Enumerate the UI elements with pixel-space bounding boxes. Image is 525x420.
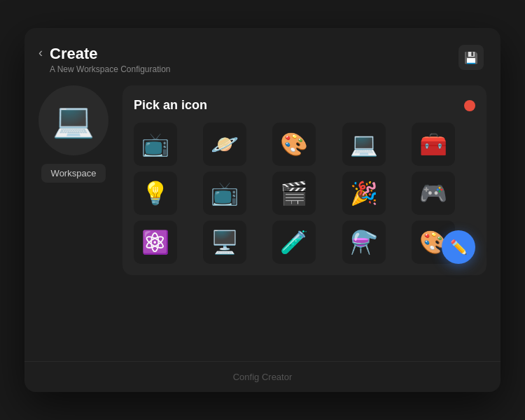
- save-button[interactable]: 💾: [458, 45, 484, 70]
- header: ‹ Create A New Workspace Configuration 💾: [24, 28, 500, 85]
- back-button[interactable]: ‹: [38, 46, 43, 59]
- header-title-block: Create A New Workspace Configuration: [50, 45, 171, 74]
- main-window: ‹ Create A New Workspace Configuration 💾…: [24, 28, 500, 392]
- icon-grid: 📺🪐🎨💻🧰💡📺🎬🎉🎮⚛️🖥️🧪⚗️🎨: [134, 122, 475, 264]
- gamepad-icon[interactable]: 🎮: [412, 172, 455, 215]
- toolbox-icon[interactable]: 🧰: [412, 122, 455, 166]
- footer-label: Config Creator: [233, 372, 293, 382]
- retro-tv-icon[interactable]: 📺: [134, 122, 177, 166]
- orange-tv-icon[interactable]: 📺: [203, 172, 246, 215]
- flask-yellow-icon[interactable]: ⚗️: [342, 220, 386, 264]
- page-title: Create: [50, 45, 171, 63]
- workspace-label: Workspace: [41, 164, 106, 183]
- header-left: ‹ Create A New Workspace Configuration: [38, 45, 171, 74]
- icon-preview-circle: 💻: [38, 85, 108, 155]
- planet-icon[interactable]: 🪐: [203, 122, 246, 166]
- bulb-icon[interactable]: 💡: [134, 172, 177, 215]
- page-subtitle: A New Workspace Configuration: [50, 64, 171, 74]
- close-dot-button[interactable]: [464, 100, 475, 111]
- icon-picker-panel: Pick an icon 📺🪐🎨💻🧰💡📺🎬🎉🎮⚛️🖥️🧪⚗️🎨 ✏️: [122, 85, 486, 275]
- save-icon: 💾: [464, 51, 478, 64]
- code-laptop-icon[interactable]: 💻: [342, 122, 386, 166]
- footer: Config Creator: [24, 361, 500, 392]
- film-icon[interactable]: 🎬: [272, 172, 316, 215]
- party-icon[interactable]: 🎉: [342, 172, 386, 215]
- picker-title: Pick an icon: [134, 98, 207, 113]
- picker-header: Pick an icon: [134, 98, 475, 113]
- icon-preview-section: 💻 Workspace: [38, 85, 108, 183]
- bucket-icon[interactable]: 🎨: [272, 122, 316, 166]
- monitor-icon[interactable]: 🖥️: [203, 220, 246, 264]
- selected-icon-display: 💻: [52, 101, 94, 140]
- flask-blue-icon[interactable]: 🧪: [272, 220, 316, 264]
- confirm-icon: ✏️: [450, 239, 468, 255]
- atom-icon[interactable]: ⚛️: [134, 220, 177, 264]
- main-content: 💻 Workspace Pick an icon 📺🪐🎨💻🧰💡📺🎬🎉🎮⚛️🖥️🧪…: [24, 85, 500, 275]
